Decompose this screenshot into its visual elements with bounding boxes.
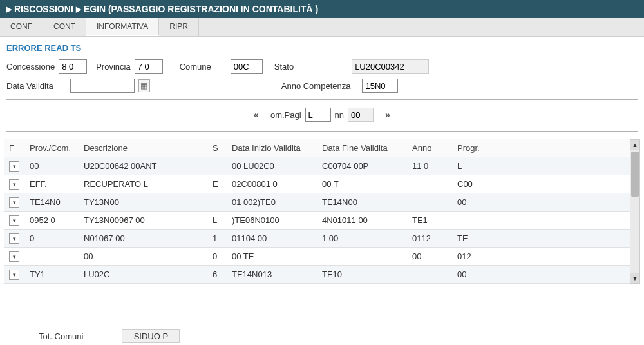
breadcrumb-arrow-icon: ▶	[76, 5, 81, 14]
cell-progr: 012	[452, 248, 630, 266]
cell-prov: 0	[24, 230, 79, 248]
cell-df: 00 T	[317, 175, 407, 193]
tot-comuni-label: Tot. Comuni	[39, 331, 83, 341]
pager-nn-label: nn	[335, 110, 344, 120]
anno-competenza-input[interactable]	[362, 79, 398, 93]
table-row[interactable]: ▾0N01067 00101104 001 000112TE	[4, 230, 630, 248]
cell-df: 1 00	[317, 230, 407, 248]
cell-di: 00 TE	[227, 248, 317, 266]
cell-anno	[407, 175, 452, 193]
cell-progr: 00	[452, 193, 630, 212]
calendar-icon[interactable]: ▦	[138, 79, 150, 92]
tab-informativa[interactable]: INFORMATIVA	[86, 18, 159, 36]
row-dropdown-icon[interactable]: ▾	[9, 251, 19, 262]
comune-label: Comune	[180, 62, 211, 72]
cell-s: 1	[207, 230, 227, 248]
row-dropdown-icon[interactable]: ▾	[9, 179, 19, 190]
form-row-1: Concessione Provincia Comune Stato	[0, 57, 644, 76]
cell-desc: TY13N00967 00	[79, 212, 207, 230]
pager-prev-icon[interactable]: «	[254, 110, 259, 120]
col-anno: Anno	[407, 139, 452, 157]
app-header: ▶ RISCOSSIONI ▶ EGIN (PASSAGGIO REGISTRA…	[0, 0, 644, 18]
cell-df: 4N01011 00	[317, 212, 407, 230]
row-dropdown-icon[interactable]: ▾	[9, 215, 19, 226]
scroll-thumb[interactable]	[631, 152, 639, 197]
cell-di: 00 LU02C0	[227, 157, 317, 175]
cell-progr: TE	[452, 230, 630, 248]
divider	[6, 131, 638, 132]
cell-df	[317, 248, 407, 266]
table-row[interactable]: ▾0952 0 TY13N00967 00L)TE06N01004N01011 …	[4, 212, 630, 230]
cell-di: )TE06N0100	[227, 212, 317, 230]
cell-s	[207, 193, 227, 212]
provincia-input[interactable]	[135, 59, 163, 74]
pager-page-input[interactable]	[305, 108, 331, 122]
cell-progr: L	[452, 157, 630, 175]
row-dropdown-icon[interactable]: ▾	[9, 233, 19, 244]
cell-anno: 00	[407, 248, 452, 266]
concessione-label: Concessione	[6, 62, 55, 72]
concessione-input[interactable]	[59, 59, 87, 74]
table-row[interactable]: ▾00000 TE00012	[4, 248, 630, 266]
col-f: F	[4, 139, 24, 157]
error-message: ERRORE READ TS	[0, 37, 644, 57]
cell-prov	[24, 248, 79, 266]
siduo-display: SIDUO P	[122, 329, 180, 343]
cell-di: 01 002)TE0	[227, 193, 317, 212]
row-dropdown-icon[interactable]: ▾	[9, 161, 19, 172]
cell-desc: N01067 00	[79, 230, 207, 248]
cell-anno: 11 0	[407, 157, 452, 175]
cell-df: C00704 00P	[317, 157, 407, 175]
scroll-down-icon[interactable]: ▼	[630, 273, 639, 283]
scroll-track[interactable]	[630, 150, 639, 273]
stato-checkbox[interactable]	[317, 61, 328, 72]
pager-next-icon[interactable]: »	[385, 110, 390, 120]
cell-progr: C00	[452, 175, 630, 193]
comune-input[interactable]	[231, 59, 263, 74]
cell-s: 6	[207, 266, 227, 284]
cell-desc: 00	[79, 248, 207, 266]
form-row-2: Data Validita ▦ Anno Competenza	[0, 76, 644, 95]
cell-prov: TY1	[24, 266, 79, 284]
row-dropdown-icon[interactable]: ▾	[9, 270, 19, 280]
pager-total	[348, 108, 374, 122]
tab-cont[interactable]: CONT	[43, 18, 86, 36]
cell-di: 01104 00	[227, 230, 317, 248]
table-row[interactable]: ▾TE14N0 TY13N0001 002)TE0 TE14N0000	[4, 193, 630, 212]
cell-prov: 00	[24, 157, 79, 175]
data-validita-label: Data Validita	[6, 81, 53, 91]
pager-label: om.Pagi	[270, 110, 301, 120]
col-progr: Progr.	[452, 139, 630, 157]
cell-prov: TE14N0	[24, 193, 79, 212]
cell-anno: 0112	[407, 230, 452, 248]
cell-di: 02C00801 0	[227, 175, 317, 193]
footer: Tot. Comuni SIDUO P	[0, 284, 644, 343]
col-di: Data Inizio Validita	[227, 139, 317, 157]
cell-progr: 00	[452, 266, 630, 284]
cell-progr	[452, 212, 630, 230]
data-validita-input[interactable]	[70, 79, 135, 93]
cell-anno	[407, 193, 452, 212]
cell-s: 0	[207, 248, 227, 266]
scroll-up-icon[interactable]: ▲	[630, 140, 639, 150]
provincia-label: Provincia	[96, 62, 130, 72]
anno-competenza-label: Anno Competenza	[281, 81, 351, 91]
cell-anno	[407, 266, 452, 284]
cell-s	[207, 157, 227, 175]
cell-anno: TE1	[407, 212, 452, 230]
vertical-scrollbar[interactable]: ▲ ▼	[630, 139, 640, 284]
table-row[interactable]: ▾00U20C00642 00ANT 00 LU02C0C00704 00P11…	[4, 157, 630, 175]
module-label: RISCOSSIONI	[14, 4, 73, 14]
col-desc: Descrizione	[79, 139, 207, 157]
row-dropdown-icon[interactable]: ▾	[9, 197, 19, 208]
table-row[interactable]: ▾ TY1 LU02C6 TE14N013 TE1000	[4, 266, 630, 284]
tab-ripr[interactable]: RIPR	[159, 18, 199, 36]
col-prov: Prov./Com.	[24, 139, 79, 157]
screen-title: EGIN (PASSAGGIO REGISTRAZIONI IN CONTABI…	[84, 4, 318, 14]
cell-prov: EFF.	[24, 175, 79, 193]
cell-prov: 0952 0	[24, 212, 79, 230]
cell-di: TE14N013	[227, 266, 317, 284]
codice-display	[352, 59, 429, 74]
tab-conf[interactable]: CONF	[0, 18, 43, 36]
table-row[interactable]: ▾EFF.RECUPERATO LE02C00801 000 TC00	[4, 175, 630, 193]
